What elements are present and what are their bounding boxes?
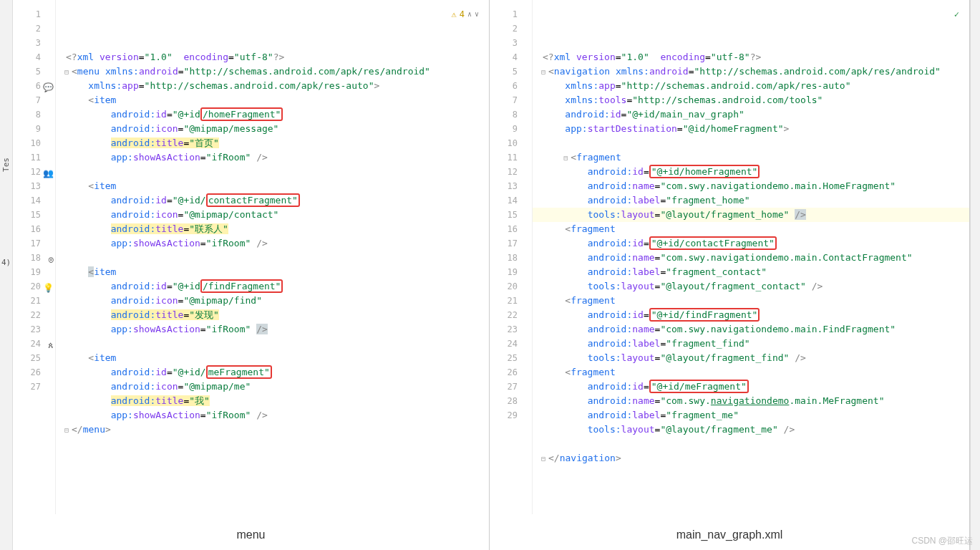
code-line[interactable] <box>56 337 489 351</box>
code-line[interactable]: android:id="@+id/contactFragment" <box>533 236 969 251</box>
code-line[interactable]: android:title="首页" <box>56 136 489 150</box>
line-number[interactable]: 10 <box>13 136 55 150</box>
code-line[interactable] <box>533 136 969 150</box>
code-line[interactable]: ⊟</menu> <box>56 423 489 437</box>
code-line[interactable]: <item <box>56 351 489 365</box>
line-number[interactable]: 10 <box>490 136 532 150</box>
line-number[interactable]: 21 <box>13 294 55 308</box>
code-line[interactable]: android:icon="@mipmap/contact" <box>56 208 489 222</box>
gutter-right[interactable]: 1234567891011121314151617181920212223242… <box>490 0 533 514</box>
analysis-indicator-right[interactable] <box>954 7 959 21</box>
gutter-icon[interactable]: ጰ <box>48 338 54 352</box>
gutter-icon[interactable]: 💡 <box>43 281 54 295</box>
code-line[interactable]: android:name="com.swy.navigationdemo.mai… <box>533 394 969 408</box>
line-number[interactable]: 20 <box>490 279 532 294</box>
code-line[interactable]: android:icon="@mipmap/message" <box>56 122 489 136</box>
line-number[interactable]: 8 <box>490 107 532 122</box>
code-editor-left[interactable]: 4 ∧ ∨ <?xml version="1.0" encoding="utf-… <box>56 0 489 514</box>
line-number[interactable]: 9 <box>13 122 55 136</box>
code-line[interactable]: android:title="我" <box>56 394 489 408</box>
code-line[interactable]: <?xml version="1.0" encoding="utf-8"?> <box>56 50 489 64</box>
line-number[interactable]: 17 <box>13 236 55 251</box>
line-number[interactable]: 15 <box>13 208 55 222</box>
code-line[interactable]: android:id="@+id/main_nav_graph" <box>533 107 969 122</box>
line-number[interactable]: 19 <box>13 265 55 279</box>
line-number[interactable]: 1 <box>490 7 532 21</box>
code-line[interactable]: <item <box>56 93 489 107</box>
line-number[interactable]: 22 <box>13 308 55 322</box>
line-number[interactable]: 4 <box>13 50 55 64</box>
line-number[interactable]: 3 <box>13 36 55 50</box>
line-number[interactable]: 15 <box>490 208 532 222</box>
code-line[interactable]: <fragment <box>533 365 969 380</box>
line-number[interactable]: 11 <box>490 150 532 165</box>
line-number[interactable]: 23 <box>490 322 532 337</box>
line-number[interactable]: 13 <box>490 179 532 193</box>
code-line[interactable]: android:label="fragment_contact" <box>533 265 969 279</box>
code-line[interactable]: android:name="com.swy.navigationdemo.mai… <box>533 179 969 193</box>
line-number[interactable]: 20💡 <box>13 279 55 294</box>
code-line[interactable]: android:id="@+id/findFragment" <box>533 308 969 322</box>
code-line[interactable]: <fragment <box>533 294 969 308</box>
code-line[interactable]: android:icon="@mipmap/me" <box>56 380 489 394</box>
gutter-icon[interactable]: 💬 <box>43 80 54 95</box>
line-number[interactable]: 27 <box>490 380 532 394</box>
line-number[interactable]: 13 <box>13 179 55 193</box>
gutter-icon[interactable]: 👥 <box>43 166 54 180</box>
line-number[interactable]: 29 <box>490 408 532 423</box>
line-number[interactable]: 16 <box>490 222 532 236</box>
code-line[interactable]: xmlns:tools="http://schemas.android.com/… <box>533 93 969 107</box>
code-line[interactable] <box>56 165 489 179</box>
gutter-icon[interactable]: ◎ <box>49 252 54 266</box>
code-line[interactable]: ⊟<menu xmlns:android="http://schemas.and… <box>56 64 489 79</box>
code-line[interactable]: <?xml version="1.0" encoding="utf-8"?> <box>533 50 969 64</box>
chevron-up-icon[interactable]: ∧ <box>467 7 472 21</box>
code-line[interactable]: android:id="@+id/findFragment" <box>56 279 489 294</box>
tool-window-stripe-left[interactable]: Tes 4) <box>0 0 13 550</box>
line-number[interactable]: 7 <box>13 93 55 107</box>
line-number[interactable]: 12👥 <box>13 165 55 179</box>
line-number[interactable]: 1 <box>13 7 55 21</box>
code-line[interactable]: <item <box>56 179 489 193</box>
code-line[interactable]: app:showAsAction="ifRoom" /> <box>56 236 489 251</box>
line-number[interactable]: 5 <box>13 64 55 79</box>
code-line[interactable] <box>533 437 969 451</box>
code-line[interactable]: xmlns:app="http://schemas.android.com/ap… <box>56 79 489 93</box>
gutter-left[interactable]: 123456💬789101112👥131415161718◎1920💡21222… <box>13 0 56 514</box>
line-number[interactable]: 22 <box>490 308 532 322</box>
code-line[interactable]: ⊟<navigation xmlns:android="http://schem… <box>533 64 969 79</box>
line-number[interactable]: 14 <box>490 193 532 208</box>
code-line[interactable]: android:id="@+id/meFragment" <box>533 380 969 394</box>
code-line[interactable]: tools:layout="@layout/fragment_contact" … <box>533 279 969 294</box>
code-line[interactable]: tools:layout="@layout/fragment_home" /> <box>533 208 969 222</box>
line-number[interactable]: 24 <box>490 337 532 351</box>
line-number[interactable]: 19 <box>490 265 532 279</box>
code-line[interactable]: android:name="com.swy.navigationdemo.mai… <box>533 251 969 265</box>
line-number[interactable]: 21 <box>490 294 532 308</box>
line-number[interactable]: 18 <box>490 251 532 265</box>
line-number[interactable]: 2 <box>490 21 532 36</box>
code-line[interactable]: tools:layout="@layout/fragment_find" /> <box>533 351 969 365</box>
code-line[interactable]: android:label="fragment_find" <box>533 337 969 351</box>
chevron-down-icon[interactable]: ∨ <box>475 7 479 21</box>
code-line[interactable]: app:showAsAction="ifRoom" /> <box>56 150 489 165</box>
line-number[interactable]: 27 <box>13 380 55 394</box>
tool-window-stripe-right[interactable] <box>970 0 980 550</box>
line-number[interactable]: 17 <box>490 236 532 251</box>
code-line[interactable]: android:id="@+id/homeFragment" <box>56 107 489 122</box>
line-number[interactable]: 26 <box>490 365 532 380</box>
code-line[interactable]: ⊟<fragment <box>533 150 969 165</box>
line-number[interactable]: 4 <box>490 50 532 64</box>
line-number[interactable]: 7 <box>490 93 532 107</box>
code-line[interactable]: android:label="fragment_me" <box>533 408 969 423</box>
analysis-indicator-left[interactable]: 4 ∧ ∨ <box>451 7 479 21</box>
code-line[interactable]: app:showAsAction="ifRoom" /> <box>56 322 489 337</box>
line-number[interactable]: 24ጰ <box>13 337 55 351</box>
code-line[interactable]: android:title="发现" <box>56 308 489 322</box>
code-line[interactable]: android:id="@+id/meFragment" <box>56 365 489 380</box>
line-number[interactable]: 6💬 <box>13 79 55 93</box>
code-line[interactable]: android:name="com.swy.navigationdemo.mai… <box>533 322 969 337</box>
line-number[interactable]: 3 <box>490 36 532 50</box>
line-number[interactable]: 26 <box>13 365 55 380</box>
line-number[interactable]: 8 <box>13 107 55 122</box>
